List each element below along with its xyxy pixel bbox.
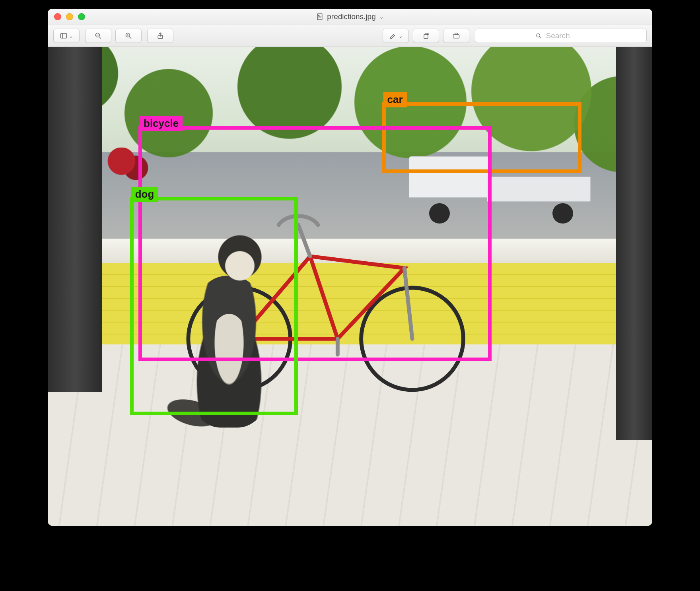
svg-point-15 [536,33,540,37]
svg-rect-0 [317,14,322,20]
detection-label: car [383,92,407,107]
toolbar: ⌄ [48,25,652,47]
image-viewport[interactable]: car bicycle dog [48,47,652,526]
zoom-out-button[interactable] [85,29,111,43]
minimize-icon[interactable] [66,13,73,20]
zoom-in-button[interactable] [115,29,142,43]
detection-label: dog [131,187,158,202]
detection-box-dog: dog [130,197,298,415]
svg-point-1 [319,15,319,16]
edit-toolbar-button[interactable] [443,29,469,43]
close-icon[interactable] [54,13,61,20]
svg-line-5 [99,37,101,39]
detection-label: bicycle [140,116,183,131]
window-title: predictions.jpg ⌄ [48,12,652,21]
window-controls [48,13,85,20]
rotate-button[interactable] [413,29,439,43]
svg-rect-2 [61,33,67,38]
search-field[interactable] [475,29,647,43]
sidebar-toggle-button[interactable]: ⌄ [53,29,80,43]
chevron-down-icon: ⌄ [69,33,73,39]
preview-window: predictions.jpg ⌄ ⌄ [48,9,652,526]
zoom-icon[interactable] [78,13,85,20]
window-title-text: predictions.jpg [327,12,376,21]
share-button[interactable] [147,29,173,43]
chevron-down-icon: ⌄ [399,33,403,39]
titlebar[interactable]: predictions.jpg ⌄ [48,9,652,25]
svg-rect-14 [453,35,459,38]
file-type-icon [316,13,324,21]
markup-button[interactable]: ⌄ [383,29,409,43]
search-icon [535,33,542,39]
search-input[interactable] [545,31,587,41]
svg-line-8 [130,37,131,39]
title-dropdown-icon[interactable]: ⌄ [379,13,384,20]
svg-line-16 [539,37,541,38]
